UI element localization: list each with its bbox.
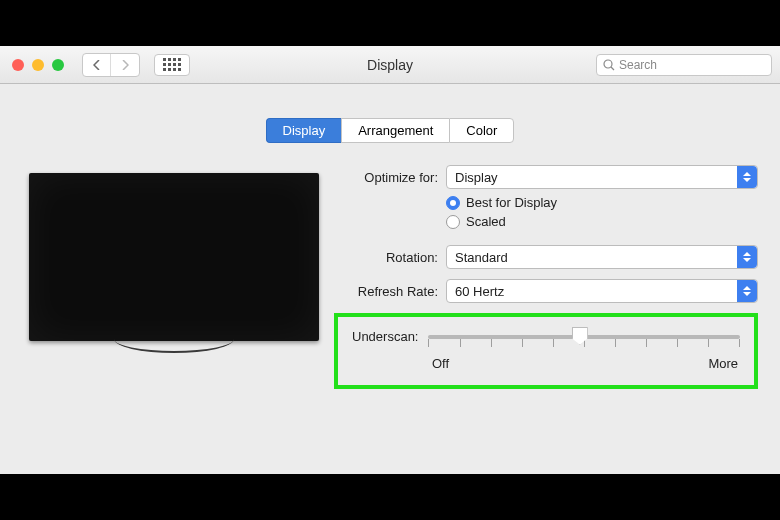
optimize-for-label: Optimize for: bbox=[334, 170, 446, 185]
display-prefs-window: Display Search Display Arrangement Color… bbox=[0, 46, 780, 474]
refresh-rate-select[interactable]: 60 Hertz bbox=[446, 279, 758, 303]
refresh-rate-value: 60 Hertz bbox=[455, 284, 504, 299]
minimize-icon[interactable] bbox=[32, 59, 44, 71]
tab-display[interactable]: Display bbox=[266, 118, 342, 143]
close-icon[interactable] bbox=[12, 59, 24, 71]
window-title: Display bbox=[367, 57, 413, 73]
titlebar: Display Search bbox=[0, 46, 780, 84]
radio-best-label: Best for Display bbox=[466, 195, 557, 210]
window-controls bbox=[12, 59, 64, 71]
chevron-updown-icon bbox=[737, 166, 757, 188]
radio-scaled[interactable] bbox=[446, 215, 460, 229]
rotation-label: Rotation: bbox=[334, 250, 446, 265]
underscan-label: Underscan: bbox=[352, 329, 418, 344]
underscan-max-label: More bbox=[708, 356, 738, 371]
forward-button[interactable] bbox=[111, 54, 139, 76]
grid-icon bbox=[163, 58, 181, 71]
radio-scaled-label: Scaled bbox=[466, 214, 506, 229]
tab-color[interactable]: Color bbox=[449, 118, 514, 143]
radio-best-for-display[interactable] bbox=[446, 196, 460, 210]
optimize-for-select[interactable]: Display bbox=[446, 165, 758, 189]
chevron-updown-icon bbox=[737, 280, 757, 302]
zoom-icon[interactable] bbox=[52, 59, 64, 71]
show-all-button[interactable] bbox=[154, 54, 190, 76]
back-button[interactable] bbox=[83, 54, 111, 76]
search-placeholder: Search bbox=[619, 58, 657, 72]
tv-icon bbox=[29, 173, 319, 341]
underscan-highlight: Underscan: Off More bbox=[334, 313, 758, 389]
search-icon bbox=[603, 59, 615, 71]
svg-point-0 bbox=[604, 60, 612, 68]
refresh-rate-label: Refresh Rate: bbox=[334, 284, 446, 299]
display-preview bbox=[14, 165, 334, 389]
nav-buttons bbox=[82, 53, 140, 77]
underscan-min-label: Off bbox=[432, 356, 449, 371]
rotation-select[interactable]: Standard bbox=[446, 245, 758, 269]
svg-line-1 bbox=[611, 67, 614, 70]
optimize-for-value: Display bbox=[455, 170, 498, 185]
tv-stand-icon bbox=[114, 339, 234, 353]
underscan-slider[interactable] bbox=[428, 335, 740, 339]
rotation-value: Standard bbox=[455, 250, 508, 265]
search-field[interactable]: Search bbox=[596, 54, 772, 76]
tab-arrangement[interactable]: Arrangement bbox=[341, 118, 449, 143]
chevron-updown-icon bbox=[737, 246, 757, 268]
tab-bar: Display Arrangement Color bbox=[0, 118, 780, 143]
